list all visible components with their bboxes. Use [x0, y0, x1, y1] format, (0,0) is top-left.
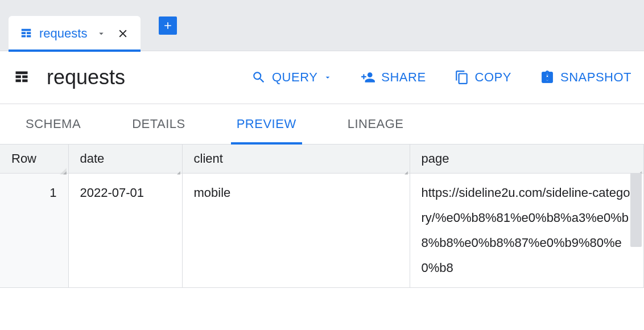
tab-lineage[interactable]: LINEAGE	[348, 104, 404, 144]
cell-client: mobile	[182, 174, 410, 288]
tab-schema[interactable]: SCHEMA	[26, 104, 81, 144]
copy-label: COPY	[475, 70, 511, 85]
resize-handle-icon[interactable]	[401, 164, 408, 172]
snapshot-button[interactable]: SNAPSHOT	[540, 70, 631, 85]
query-label: QUERY	[272, 70, 317, 85]
column-header-date[interactable]: date	[68, 145, 182, 174]
column-header-client[interactable]: client	[182, 145, 410, 174]
plus-icon	[162, 20, 174, 31]
chevron-down-icon	[323, 73, 332, 82]
chevron-down-icon[interactable]	[96, 28, 106, 39]
close-icon[interactable]	[117, 27, 129, 40]
share-icon	[361, 70, 375, 85]
sub-tabs: SCHEMA DETAILS PREVIEW LINEAGE	[0, 104, 644, 145]
header-actions: QUERY SHARE COPY SNAPSHOT	[251, 70, 631, 85]
column-header-page[interactable]: page	[410, 145, 644, 174]
snapshot-label: SNAPSHOT	[560, 70, 631, 85]
data-table: Row date client page 1	[0, 145, 644, 288]
tab-requests[interactable]: requests	[9, 16, 141, 51]
cell-date: 2022-07-01	[68, 174, 182, 288]
cell-page: https://sideline2u.com/sideline-category…	[410, 174, 644, 288]
tab-title: requests	[39, 26, 87, 41]
resize-handle-icon[interactable]	[634, 164, 642, 172]
share-label: SHARE	[381, 70, 426, 85]
search-icon	[251, 70, 266, 85]
vertical-scrollbar[interactable]	[630, 173, 642, 247]
page-title: requests	[47, 65, 251, 89]
table-icon	[20, 27, 32, 40]
header: requests QUERY SHARE COPY SNAPSHOT	[0, 51, 644, 104]
copy-button[interactable]: COPY	[455, 70, 511, 85]
table-icon	[13, 69, 31, 85]
cell-row: 1	[0, 174, 68, 288]
table-row[interactable]: 1 2022-07-01 mobile https://sideline2u.c…	[0, 174, 644, 288]
tab-bar: requests	[0, 0, 644, 51]
tab-preview[interactable]: PREVIEW	[237, 104, 296, 144]
tab-details[interactable]: DETAILS	[132, 104, 185, 144]
table-container: Row date client page 1	[0, 145, 644, 288]
copy-icon	[455, 70, 469, 85]
snapshot-icon	[540, 70, 555, 85]
resize-handle-icon[interactable]	[59, 164, 67, 172]
share-button[interactable]: SHARE	[361, 70, 426, 85]
add-tab-button[interactable]	[159, 16, 177, 35]
query-button[interactable]: QUERY	[251, 70, 332, 85]
resize-handle-icon[interactable]	[173, 164, 181, 172]
column-header-row[interactable]: Row	[0, 145, 68, 174]
